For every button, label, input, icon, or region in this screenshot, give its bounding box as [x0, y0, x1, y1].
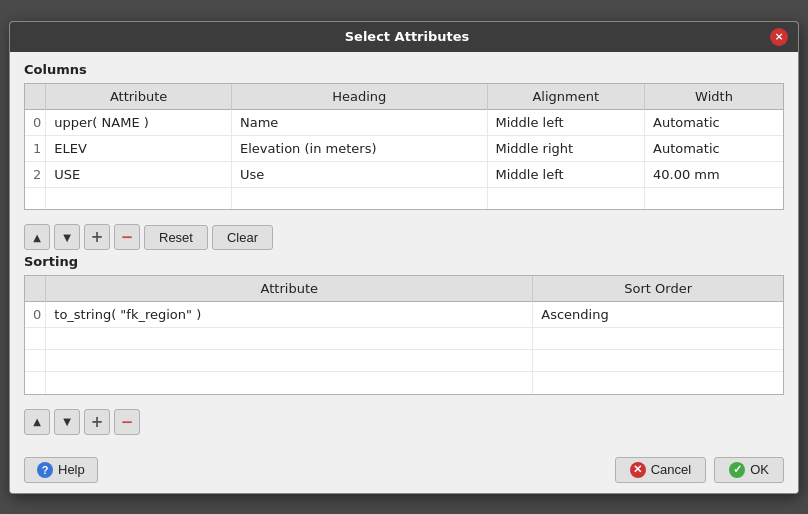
help-label: Help [58, 462, 85, 477]
sorting-section-label: Sorting [24, 254, 784, 269]
columns-table: Attribute Heading Alignment Width 0 uppe… [25, 84, 783, 210]
row-heading-2: Use [231, 161, 487, 187]
sort-row-attribute-0: to_string( "fk_region" ) [46, 302, 533, 328]
row-attribute-2: USE [46, 161, 232, 187]
dialog-body: Columns Attribute Heading Alignment Widt… [10, 52, 798, 449]
row-alignment-1: Middle right [487, 135, 645, 161]
columns-reset-button[interactable]: Reset [144, 225, 208, 250]
columns-move-up-button[interactable] [24, 224, 50, 250]
table-row[interactable]: 2 USE Use Middle left 40.00 mm [25, 161, 783, 187]
columns-move-down-button[interactable] [54, 224, 80, 250]
help-button[interactable]: ? Help [24, 457, 98, 483]
row-width-1: Automatic [645, 135, 784, 161]
sorting-table-container: Attribute Sort Order 0 to_string( "fk_re… [24, 275, 784, 395]
col-header-heading: Heading [231, 84, 487, 110]
table-row[interactable]: 0 upper( NAME ) Name Middle left Automat… [25, 109, 783, 135]
table-row[interactable]: 1 ELEV Elevation (in meters) Middle righ… [25, 135, 783, 161]
columns-table-container: Attribute Heading Alignment Width 0 uppe… [24, 83, 784, 211]
cancel-icon: ✕ [630, 462, 646, 478]
select-attributes-dialog: Select Attributes × Columns Attribute He… [9, 21, 799, 494]
sorting-move-down-button[interactable] [54, 409, 80, 435]
cancel-button[interactable]: ✕ Cancel [615, 457, 706, 483]
sort-table-row-empty3 [25, 372, 783, 394]
columns-add-button[interactable] [84, 224, 110, 250]
help-icon: ? [37, 462, 53, 478]
row-width-2: 40.00 mm [645, 161, 784, 187]
columns-toolbar: Reset Clear [24, 218, 784, 254]
col-header-width: Width [645, 84, 784, 110]
cancel-label: Cancel [651, 462, 691, 477]
sorting-move-up-button[interactable] [24, 409, 50, 435]
row-width-0: Automatic [645, 109, 784, 135]
columns-remove-button[interactable] [114, 224, 140, 250]
row-index-1: 1 [25, 135, 46, 161]
sort-table-row-empty2 [25, 350, 783, 372]
ok-icon: ✓ [729, 462, 745, 478]
sorting-toolbar [24, 403, 784, 439]
row-alignment-2: Middle left [487, 161, 645, 187]
bottom-bar: ? Help ✕ Cancel ✓ OK [10, 449, 798, 493]
row-heading-1: Elevation (in meters) [231, 135, 487, 161]
sort-row-index-0: 0 [25, 302, 46, 328]
columns-clear-button[interactable]: Clear [212, 225, 273, 250]
row-attribute-1: ELEV [46, 135, 232, 161]
ok-label: OK [750, 462, 769, 477]
sort-header-attribute: Attribute [46, 276, 533, 302]
sort-header-order: Sort Order [533, 276, 783, 302]
sort-row-order-0: Ascending [533, 302, 783, 328]
right-buttons: ✕ Cancel ✓ OK [615, 457, 784, 483]
row-index-2: 2 [25, 161, 46, 187]
dialog-title: Select Attributes [44, 29, 770, 44]
title-bar: Select Attributes × [10, 22, 798, 52]
sort-header-index [25, 276, 46, 302]
col-header-attribute: Attribute [46, 84, 232, 110]
col-header-index [25, 84, 46, 110]
sort-table-row[interactable]: 0 to_string( "fk_region" ) Ascending [25, 302, 783, 328]
row-heading-0: Name [231, 109, 487, 135]
sorting-add-button[interactable] [84, 409, 110, 435]
col-header-alignment: Alignment [487, 84, 645, 110]
table-row-empty [25, 187, 783, 209]
ok-button[interactable]: ✓ OK [714, 457, 784, 483]
close-button[interactable]: × [770, 28, 788, 46]
sort-table-row-empty [25, 328, 783, 350]
sorting-remove-button[interactable] [114, 409, 140, 435]
sorting-table: Attribute Sort Order 0 to_string( "fk_re… [25, 276, 783, 394]
columns-section-label: Columns [24, 62, 784, 77]
row-alignment-0: Middle left [487, 109, 645, 135]
row-attribute-0: upper( NAME ) [46, 109, 232, 135]
row-index-0: 0 [25, 109, 46, 135]
